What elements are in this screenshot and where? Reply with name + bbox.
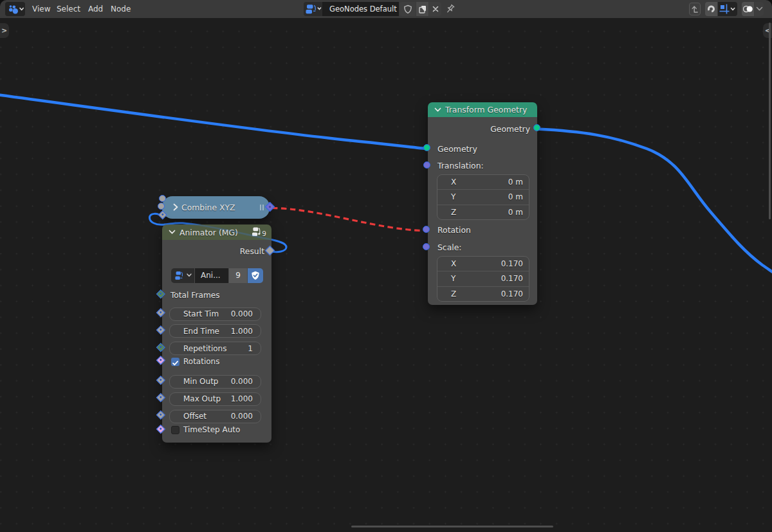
- geometry-nodes-editor-icon: [5, 2, 25, 16]
- axis-value: 0 m: [508, 208, 523, 217]
- overlays-dropdown[interactable]: [755, 2, 764, 16]
- input-label-translation: Translation:: [437, 161, 484, 171]
- field-value: 0.000: [231, 412, 253, 421]
- new-data-button[interactable]: [416, 2, 428, 16]
- menu-node[interactable]: Node: [111, 0, 131, 18]
- axis-value: 0.170: [501, 259, 523, 268]
- field-value: 1.000: [231, 327, 253, 336]
- socket-combine-input-x[interactable]: [159, 195, 166, 202]
- field-value: 0.000: [231, 309, 253, 318]
- field-label: End Time: [183, 327, 219, 336]
- toolbar-expand-arrow: >: [1, 26, 7, 35]
- socket-transform-input-geometry[interactable]: [423, 144, 430, 151]
- overlays-icon: [742, 4, 753, 14]
- node-group-id-selector: Ani... 9: [171, 268, 263, 283]
- socket-field-dot: [159, 311, 161, 314]
- socket-rotation[interactable]: [423, 226, 430, 233]
- shield-icon: [403, 5, 412, 14]
- expand-right-icon[interactable]: [172, 203, 179, 211]
- pin-button[interactable]: [445, 3, 455, 15]
- collapse-down-icon[interactable]: [169, 230, 176, 235]
- node-tree-browse-dropdown[interactable]: [304, 2, 322, 16]
- fake-user-button[interactable]: [400, 2, 416, 16]
- field-end-time[interactable]: End Time 1.000: [169, 324, 261, 338]
- field-label: Repetitions: [183, 344, 226, 353]
- input-label-scale: Scale:: [437, 243, 462, 253]
- axis-label: Y: [451, 192, 455, 201]
- axis-value: 0 m: [508, 178, 523, 187]
- socket-field-dot: [159, 292, 161, 295]
- duplicate-icon: [418, 5, 427, 14]
- snap-mode-dropdown[interactable]: [718, 2, 737, 16]
- id-fake-user-toggle[interactable]: [248, 268, 263, 283]
- vertical-scrollbar[interactable]: [769, 23, 771, 219]
- node-header[interactable]: Animator (MG) 9: [162, 225, 271, 240]
- go-to-parent-tree-button[interactable]: [689, 3, 701, 15]
- input-label-total-frames: Total Frames: [170, 290, 220, 300]
- collapsed-grip-icon: [260, 205, 264, 210]
- node-group-icon: [251, 226, 262, 237]
- axis-label: Y: [451, 274, 455, 283]
- field-value: 1.000: [231, 394, 253, 403]
- axis-label: Z: [451, 289, 456, 298]
- field-scale-x[interactable]: X 0.170: [437, 257, 529, 271]
- output-label-result: Result: [240, 246, 264, 257]
- field-label: Start Tim: [183, 309, 219, 318]
- node-tree-name-input[interactable]: GeoNodes Default: [322, 2, 399, 16]
- field-start-time[interactable]: Start Tim 0.000: [169, 307, 261, 321]
- pin-icon: [445, 3, 455, 15]
- snap-toggle-button[interactable]: [705, 2, 717, 16]
- chevron-down-icon: [187, 273, 192, 277]
- axis-label: X: [451, 178, 456, 187]
- checkbox-label: TimeStep Auto: [183, 425, 240, 434]
- axis-label: Z: [451, 208, 456, 217]
- menu-add[interactable]: Add: [88, 0, 103, 18]
- menu-view[interactable]: View: [32, 0, 50, 18]
- socket-translation[interactable]: [423, 161, 430, 169]
- socket-field-dot: [268, 205, 271, 208]
- field-repetitions[interactable]: Repetitions 1: [169, 342, 261, 355]
- socket-field-dot: [159, 379, 161, 381]
- socket-field-dot: [161, 214, 164, 216]
- id-user-count-button[interactable]: 9: [229, 268, 247, 283]
- magnet-icon: [706, 4, 716, 14]
- node-transform-geometry[interactable]: Transform Geometry Geometry Geometry Tra…: [428, 102, 537, 305]
- editor-type-dropdown[interactable]: [5, 2, 25, 16]
- checkbox-rotations[interactable]: [171, 358, 179, 366]
- editor-header-bar: View Select Add Node GeoNodes Default: [0, 0, 772, 18]
- magnet-shape: [708, 6, 713, 12]
- axis-value: 0 m: [508, 192, 523, 201]
- toolbar-expand-tab[interactable]: >: [0, 23, 9, 38]
- id-browse-dropdown[interactable]: [171, 268, 194, 283]
- checkbox-timestep-auto[interactable]: [171, 426, 179, 434]
- overlays-toggle-button[interactable]: [742, 2, 754, 16]
- node-combine-xyz[interactable]: Combine XYZ: [162, 196, 270, 219]
- checkbox-label: Rotations: [183, 357, 219, 366]
- id-name-field[interactable]: Ani...: [195, 268, 228, 283]
- field-min-output[interactable]: Min Outp 0.000: [169, 375, 261, 389]
- horizontal-scrollbar[interactable]: [351, 526, 553, 527]
- field-max-output[interactable]: Max Outp 1.000: [169, 392, 261, 406]
- collapse-down-icon[interactable]: [434, 107, 441, 113]
- field-offset[interactable]: Offset 0.000: [169, 410, 261, 423]
- parent-tree-arrow-icon: [691, 5, 699, 14]
- socket-field-dot: [159, 329, 161, 331]
- node-tree-icon: [174, 270, 186, 281]
- field-translation-z[interactable]: Z 0 m: [437, 205, 529, 219]
- translation-vector-fields: X 0 m Y 0 m Z 0 m: [437, 174, 529, 220]
- node-header[interactable]: Transform Geometry: [428, 102, 537, 117]
- field-scale-z[interactable]: Z 0.170: [437, 286, 529, 301]
- menu-select[interactable]: Select: [57, 0, 80, 18]
- shield-check-icon: [251, 271, 260, 280]
- field-scale-y[interactable]: Y 0.170: [437, 271, 529, 286]
- field-translation-x[interactable]: X 0 m: [437, 175, 529, 189]
- socket-field-dot: [159, 428, 161, 430]
- socket-transform-output-geometry[interactable]: [533, 124, 540, 131]
- field-label: Max Outp: [183, 394, 221, 403]
- field-translation-y[interactable]: Y 0 m: [437, 189, 529, 204]
- unlink-button[interactable]: [429, 2, 441, 16]
- axis-value: 0.170: [501, 274, 523, 283]
- node-animator-mg[interactable]: Animator (MG) 9 Result: [162, 225, 271, 443]
- socket-scale[interactable]: [423, 243, 430, 250]
- node-editor-canvas[interactable]: [0, 18, 772, 532]
